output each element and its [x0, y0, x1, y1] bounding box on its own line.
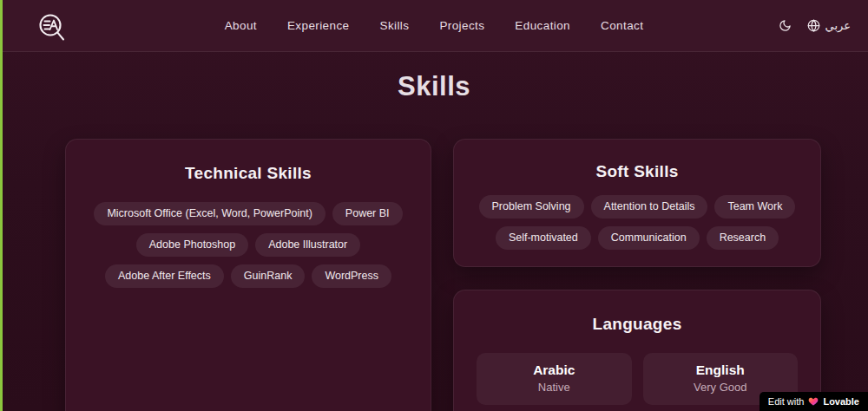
- skill-pill: WordPress: [312, 264, 391, 288]
- soft-skills-list: Problem SolvingAttention to DetailsTeam …: [454, 195, 820, 271]
- nav-link[interactable]: Contact: [601, 19, 643, 32]
- right-column: Soft Skills Problem SolvingAttention to …: [453, 139, 821, 411]
- skills-grid: Technical Skills Microsoft Office (Excel…: [65, 139, 821, 411]
- skill-pill: Microsoft Office (Excel, Word, PowerPoin…: [94, 202, 325, 225]
- skill-pill: GuinRank: [231, 264, 306, 288]
- nav-link[interactable]: About: [225, 19, 257, 32]
- nav-link[interactable]: Education: [515, 19, 570, 32]
- badge-prefix: Edit with: [768, 396, 805, 407]
- language-toggle-button[interactable]: عربي: [807, 19, 851, 32]
- nav-link[interactable]: Projects: [439, 19, 484, 32]
- skill-pill: Adobe Illustrator: [255, 233, 360, 257]
- nav-link[interactable]: Skills: [379, 19, 409, 32]
- language-item: Arabic Native: [477, 353, 632, 405]
- skill-pill: Power BI: [332, 202, 403, 225]
- lovable-heart-icon: [808, 396, 819, 407]
- language-name: English: [643, 362, 799, 378]
- main-nav: AboutExperienceSkillsProjectsEducationCo…: [225, 19, 644, 32]
- skill-pill: Team Work: [714, 195, 795, 219]
- globe-icon: [807, 19, 820, 32]
- ea-logo[interactable]: [36, 12, 68, 47]
- language-name: Arabic: [477, 362, 632, 378]
- skill-pill: Research: [707, 226, 779, 250]
- skill-pill: Attention to Details: [591, 195, 708, 219]
- technical-skills-title: Technical Skills: [66, 164, 431, 183]
- soft-skills-title: Soft Skills: [454, 162, 820, 181]
- technical-skills-list: Microsoft Office (Excel, Word, PowerPoin…: [66, 202, 431, 309]
- header-controls: عربي: [779, 19, 851, 32]
- soft-skills-card: Soft Skills Problem SolvingAttention to …: [453, 139, 821, 267]
- badge-brand: Lovable: [823, 396, 859, 407]
- language-level: Native: [477, 381, 632, 394]
- top-navbar: AboutExperienceSkillsProjectsEducationCo…: [0, 0, 868, 52]
- moon-icon: [779, 19, 792, 32]
- nav-link[interactable]: Experience: [287, 19, 350, 32]
- languages-title: Languages: [454, 315, 820, 334]
- skill-pill: Adobe After Effects: [105, 264, 224, 288]
- skill-pill: Communication: [598, 226, 700, 250]
- skill-pill: Adobe Photoshop: [136, 233, 248, 257]
- skill-pill: Self-motivated: [496, 226, 591, 250]
- language-label: عربي: [825, 19, 851, 32]
- theme-toggle-button[interactable]: [779, 19, 792, 32]
- page-title: Skills: [0, 71, 868, 102]
- edit-with-lovable-badge[interactable]: Edit with Lovable: [760, 392, 868, 411]
- skills-section: Skills Technical Skills Microsoft Office…: [0, 52, 868, 411]
- skill-pill: Problem Solving: [479, 195, 584, 219]
- window-edge-highlight: [0, 0, 3, 411]
- technical-skills-card: Technical Skills Microsoft Office (Excel…: [65, 139, 431, 411]
